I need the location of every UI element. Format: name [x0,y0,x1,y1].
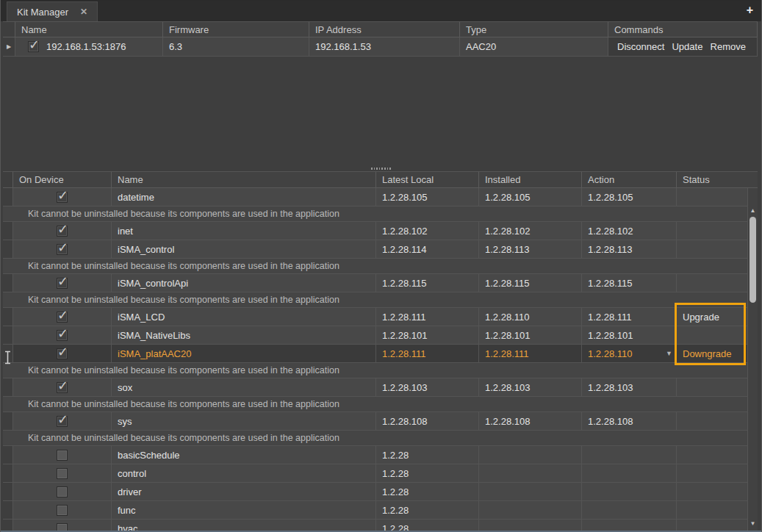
on-device-checkbox[interactable] [57,523,68,532]
on-device-checkbox[interactable]: ✓ [57,192,68,203]
kit-status [677,464,747,482]
selected-row-marker-icon: ▶ [7,43,11,50]
uninstall-message-text: Kit cannot be uninstalled because its co… [28,433,339,443]
on-device-checkbox[interactable]: ✓ [57,244,68,255]
check-icon: ✓ [57,378,68,394]
on-device-checkbox[interactable]: ✓ [57,348,68,359]
on-device-checkbox[interactable]: ✓ [57,312,68,323]
tab-close-icon[interactable]: ✕ [80,7,87,17]
disconnect-button[interactable]: Disconnect [616,41,666,52]
kits-header-row: On Device Name Latest Local Installed Ac… [3,171,758,188]
kit-status: Upgrade [677,308,747,326]
scroll-down-icon[interactable]: ▼ [748,517,758,529]
kit-on-device-cell [13,501,112,519]
kits-col-status[interactable]: Status [677,171,758,188]
kit-row-hvac[interactable]: hvac1.2.28 [3,520,747,532]
kit-on-device-cell: ✓ [13,274,112,292]
kit-status [677,240,747,258]
check-icon: ✓ [57,326,68,342]
kit-installed [479,446,582,464]
device-checkbox[interactable]: ✓ [28,41,39,52]
kits-col-name[interactable]: Name [112,171,376,188]
kit-installed: 1.2.28.101 [479,326,582,344]
on-device-checkbox[interactable]: ✓ [57,330,68,341]
devices-col-type[interactable]: Type [460,21,608,37]
update-button[interactable]: Update [670,41,704,52]
on-device-checkbox[interactable]: ✓ [57,278,68,289]
kit-on-device-cell [13,464,112,482]
devices-col-commands[interactable]: Commands [608,21,758,37]
scroll-up-icon[interactable]: ▲ [748,204,758,216]
vertical-scrollbar[interactable]: ▲ ▼ [747,188,758,532]
kits-col-on-device[interactable]: On Device [13,171,112,188]
kit-row-iSMA_control[interactable]: ✓iSMA_control1.2.28.1141.2.28.1131.2.28.… [3,240,747,259]
devices-col-name[interactable]: Name [15,21,163,37]
kit-latest-local: 1.2.28 [376,483,479,500]
kit-on-device-cell: ✓ [13,308,112,326]
kit-on-device-cell: ✓ [13,222,112,240]
kit-row-datetime[interactable]: ✓datetime1.2.28.1051.2.28.1051.2.28.105 [3,188,747,206]
check-icon: ✓ [57,345,68,360]
kits-col-installed[interactable]: Installed [479,171,582,188]
device-row[interactable]: ▶ ✓ 192.168.1.53:1876 6.3 192.168.1.53 A… [3,37,758,57]
on-device-checkbox[interactable] [57,468,68,479]
kit-status [677,326,747,344]
kit-row-iSMA_platAAC20[interactable]: ✓iSMA_platAAC201.2.28.1111.2.28.1111.2.2… [3,345,747,363]
panel-splitter[interactable] [0,165,762,171]
kit-row-gutter [3,483,13,500]
kit-action: 1.2.28.108 [582,412,677,430]
dropdown-icon[interactable]: ▼ [666,350,672,357]
device-name: 192.168.1.53:1876 [46,41,126,52]
kit-installed: 1.2.28.103 [479,378,582,396]
kit-row-inet[interactable]: ✓inet1.2.28.1021.2.28.1021.2.28.102 [3,222,747,240]
on-device-checkbox[interactable]: ✓ [57,226,68,237]
kit-latest-local: 1.2.28 [376,520,479,532]
tab-kit-manager[interactable]: Kit Manager ✕ [7,1,98,21]
kit-row-driver[interactable]: driver1.2.28 [3,483,747,501]
kit-row-iSMA_controlApi[interactable]: ✓iSMA_controlApi1.2.28.1151.2.28.1151.2.… [3,274,747,292]
kit-name: control [112,464,376,482]
check-icon: ✓ [57,274,68,290]
add-tab-icon[interactable]: + [747,4,753,17]
devices-header-row: Name Firmware IP Address Type Commands [3,21,758,37]
kit-name: inet [112,222,376,240]
kit-name: datetime [112,188,376,206]
kit-row-sox[interactable]: ✓sox1.2.28.1031.2.28.1031.2.28.103 [3,378,747,397]
kit-name: basicSchedule [112,446,376,464]
kit-on-device-cell: ✓ [13,412,112,430]
uninstall-message-text: Kit cannot be uninstalled because its co… [28,399,339,409]
kit-action: 1.2.28.101 [582,326,677,344]
kit-latest-local: 1.2.28.111 [376,345,479,362]
kit-row-iSMA_NativeLibs[interactable]: ✓iSMA_NativeLibs1.2.28.1011.2.28.1011.2.… [3,326,747,345]
kit-latest-local: 1.2.28.101 [376,326,479,344]
kit-row-gutter [3,240,13,258]
devices-col-ip[interactable]: IP Address [309,21,460,37]
devices-header-gutter [3,21,15,37]
uninstall-message-text: Kit cannot be uninstalled because its co… [28,261,339,271]
kit-row-func[interactable]: func1.2.28 [3,501,747,520]
remove-button[interactable]: Remove [709,41,747,52]
kit-name: iSMA_controlApi [112,274,376,292]
kit-row-iSMA_LCD[interactable]: ✓iSMA_LCD1.2.28.1111.2.28.1101.2.28.111U… [3,308,747,326]
kit-row-sys[interactable]: ✓sys1.2.28.1081.2.28.1081.2.28.108 [3,412,747,431]
kit-row-control[interactable]: control1.2.28 [3,464,747,483]
kit-status [677,378,747,396]
on-device-checkbox[interactable] [57,450,68,461]
uninstall-message-row: Kit cannot be uninstalled because its co… [3,259,747,274]
kits-col-latest-local[interactable]: Latest Local [376,171,479,188]
scrollbar-thumb[interactable] [750,217,756,303]
check-icon: ✓ [57,308,68,323]
kit-name: iSMA_control [112,240,376,258]
kit-row-basicSchedule[interactable]: basicSchedule1.2.28 [3,446,747,464]
on-device-checkbox[interactable] [57,486,68,497]
devices-col-firmware[interactable]: Firmware [163,21,309,37]
kits-col-action[interactable]: Action [582,171,677,188]
on-device-checkbox[interactable] [57,505,68,516]
kit-installed: 1.2.28.115 [479,274,582,292]
kit-latest-local: 1.2.28 [376,464,479,482]
kit-latest-local: 1.2.28 [376,501,479,519]
on-device-checkbox[interactable]: ✓ [57,416,68,427]
kit-action [582,464,677,482]
on-device-checkbox[interactable]: ✓ [57,382,68,393]
kit-action [582,501,677,519]
